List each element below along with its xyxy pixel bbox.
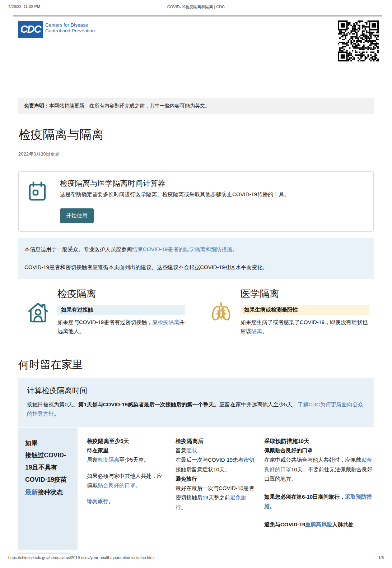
page-title: 检疫隔离与隔离 [18, 126, 104, 143]
calc-box-heading: 计算检疫隔离时间 [27, 385, 365, 396]
page-number: 1/8 [378, 555, 384, 560]
qr-code-icon [338, 20, 379, 61]
notice-box: 本信息适用于一般受众。专业医护人员应参阅结束COVID-19患者的医学隔离和预防… [18, 238, 374, 279]
summary-cards: 检疫隔离 如果有过接触 如果您与COVID-19患者有过密切接触，应检疫隔离并远… [27, 287, 369, 336]
quarantine-text-before: 如果您与COVID-19患者有过密切接触，应 [57, 319, 158, 325]
disclaimer-text: 本网站持续更新。在所有内容翻译完成之前，其中一些内容可能为英文。 [49, 103, 210, 108]
house-person-icon [27, 300, 49, 336]
col2-p1-title: 留意症状 [176, 446, 255, 455]
calc-text-1: 接触日被视为第0天。 [27, 401, 78, 407]
col2-p2-after: 。 [181, 504, 186, 510]
calc-text-3: 应留在家中并远离他人至少5天。 [219, 401, 298, 407]
calc-quarantine-box: 计算检疫隔离时间 接触日被视为第0天。第1天是与COVID-19感染者最后一次接… [18, 378, 374, 427]
table-col-after-quarantine: 检疫隔离后 留意症状 在最后一次与COVID-19患者密切接触后留意症状10天。… [176, 428, 255, 550]
quarantine-table-link[interactable]: 检疫隔离 [98, 457, 119, 463]
col2-p2: 最好在最后一次与COVID-10患者密切接触后19天整之前避免旅行。 [176, 484, 255, 512]
col1-sub1: 待在家里 [87, 446, 166, 455]
footer-url: https://chinese.cdc.gov/coronavirus/2019… [8, 555, 154, 560]
col3-sub1: 佩戴贴合良好的口罩 [264, 446, 374, 455]
start-button[interactable]: 开始使用 [60, 208, 94, 223]
notice-p1-text: 本信息适用于一般受众。专业医护人员应参阅 [24, 246, 132, 252]
col1-header: 检疫隔离至少5天 [87, 436, 166, 446]
updated-date: 2022年3月30日更新 [18, 151, 60, 157]
isolation-link[interactable]: 隔离 [251, 328, 262, 334]
col3-p1-before: 在家中或公共场合与他人共处时，应佩戴 [264, 457, 361, 463]
notice-paragraph-2: COVID-19患者和密切接触者应遵循本页面列出的建议。这些建议不会根据COVI… [24, 263, 368, 272]
col3-p2: 如果您必须在第6-10日期间旅行，采取预防措施。 [264, 492, 374, 511]
col3-p3: 避免与COVID-19重病高风险人群共处 [264, 520, 374, 529]
isolation-heading: 医学隔离 [241, 287, 369, 300]
top-divider [13, 15, 382, 17]
cdc-logo[interactable]: CDC Centers for Disease Control and Prev… [18, 21, 95, 38]
high-risk-link[interactable]: 重病高风险 [305, 521, 332, 527]
quarantine-table: 如果 接触过COVID-19且不具有COVID-19疫苗最新接种状态 检疫隔离至… [18, 428, 374, 550]
col2-p1-before: 留意 [176, 447, 186, 453]
page-break-artifact [18, 553, 68, 554]
calendar-icon [28, 181, 46, 201]
logo-line1: Centers for Disease [45, 22, 95, 28]
quarantine-card: 检疫隔离 如果有过接触 如果您与COVID-19患者有过密切接触，应检疫隔离并远… [27, 287, 185, 336]
col1-p2-after: 。 [135, 482, 141, 488]
symptoms-link[interactable]: 症状 [186, 447, 197, 453]
col1-p1-before: 居家 [87, 457, 98, 463]
disclaimer-banner: 免责声明：本网站持续更新。在所有内容翻译完成之前，其中一些内容可能为英文。 [18, 98, 374, 114]
row-label-text-2: 接种状态 [38, 489, 63, 496]
cdc-logo-icon: CDC [18, 21, 43, 38]
col3-p1: 在家中或公共场合与他人共处时，应佩戴贴合良好的口罩10天。不要前往无法佩戴贴合良… [264, 455, 374, 484]
calculator-card: 检疫隔离与医学隔离时间计算器 这是帮助确定需要多长时间进行医学隔离、检疫隔离或采… [18, 171, 374, 232]
disclaimer-label: 免责声明： [24, 103, 49, 108]
table-row-header: 如果 接触过COVID-19且不具有COVID-19疫苗最新接种状态 [18, 428, 78, 550]
logo-line2: Control and Prevention [45, 28, 95, 34]
notice-p1-period: 。 [232, 246, 238, 252]
lungs-virus-icon [210, 300, 232, 336]
stay-home-heading: 何时留在家里 [18, 357, 83, 372]
up-to-date-link[interactable]: 最新 [25, 489, 38, 496]
calculator-description: 这是帮助确定需要多长时间进行医学隔离、检疫隔离或采取其他步骤防止COVID-19… [60, 191, 289, 198]
isolation-text-after: 。 [262, 328, 267, 334]
col1-p2: 如果必须与家中其他人共处，应佩戴贴合良好的口罩。 [87, 471, 166, 490]
quarantine-text: 如果您与COVID-19患者有过密切接触，应检疫隔离并远离他人。 [57, 318, 185, 336]
calc-text-bold: 第1天是与COVID-19感染者最后一次接触后的第一个整天。 [78, 401, 219, 407]
col1-p3: 请勿旅行。 [87, 497, 166, 506]
col2-p1-body: 在最后一次与COVID-19患者密切接触后留意症状10天。 [176, 455, 255, 474]
table-col-quarantine: 检疫隔离至少5天 待在家里 居家检疫隔离至少5天整。 如果必须与家中其他人共处，… [87, 428, 166, 550]
calc-text-period: 。 [54, 411, 59, 417]
ending-isolation-link[interactable]: 结束COVID-19患者的医学隔离和预防措施 [132, 246, 232, 252]
col3-p3-after: 人群共处 [332, 521, 354, 527]
do-not-travel-link[interactable]: 请勿旅行 [87, 498, 108, 504]
isolation-text: 如果您生病了或者感染了COVID-19，即使没有症状也应该隔离。 [241, 318, 369, 336]
calc-box-text: 接触日被视为第0天。第1天是与COVID-19感染者最后一次接触后的第一个整天。… [27, 400, 365, 419]
row-label-text-1: 如果 接触过COVID-19且不具有COVID-19疫苗 [25, 439, 67, 483]
col1-p3-after: 。 [108, 498, 114, 504]
quarantine-subheading: 如果有过接触 [57, 305, 185, 315]
col1-p1-after: 至少5天整。 [119, 457, 149, 463]
print-doc-title: COVID-19检疫隔离和隔离 | CDC [0, 4, 392, 10]
quarantine-heading: 检疫隔离 [57, 287, 185, 300]
notice-paragraph-1: 本信息适用于一般受众。专业医护人员应参阅结束COVID-19患者的医学隔离和预防… [24, 245, 368, 254]
col3-p2-before: 如果您必须在第6-10日期间旅行， [264, 494, 345, 500]
quarantine-link[interactable]: 检疫隔离 [158, 319, 179, 325]
col3-header: 采取预防措施10天 [264, 436, 374, 446]
isolation-card: 医学隔离 如果生病或检测呈阳性 如果您生病了或者感染了COVID-19，即使没有… [210, 287, 369, 336]
col2-sub2: 避免旅行 [176, 474, 255, 484]
col3-p3-before: 避免与COVID-19 [264, 521, 305, 527]
col2-header: 检疫隔离后 [176, 436, 255, 446]
mask-link-1[interactable]: 贴合良好的口罩 [98, 482, 135, 488]
table-col-precautions: 采取预防措施10天 佩戴贴合良好的口罩 在家中或公共场合与他人共处时，应佩戴贴合… [264, 428, 374, 550]
col1-p1: 居家检疫隔离至少5天整。 [87, 455, 166, 465]
isolation-subheading: 如果生病或检测呈阳性 [241, 305, 369, 315]
calculator-title: 检疫隔离与医学隔离时间计算器 [60, 178, 165, 188]
